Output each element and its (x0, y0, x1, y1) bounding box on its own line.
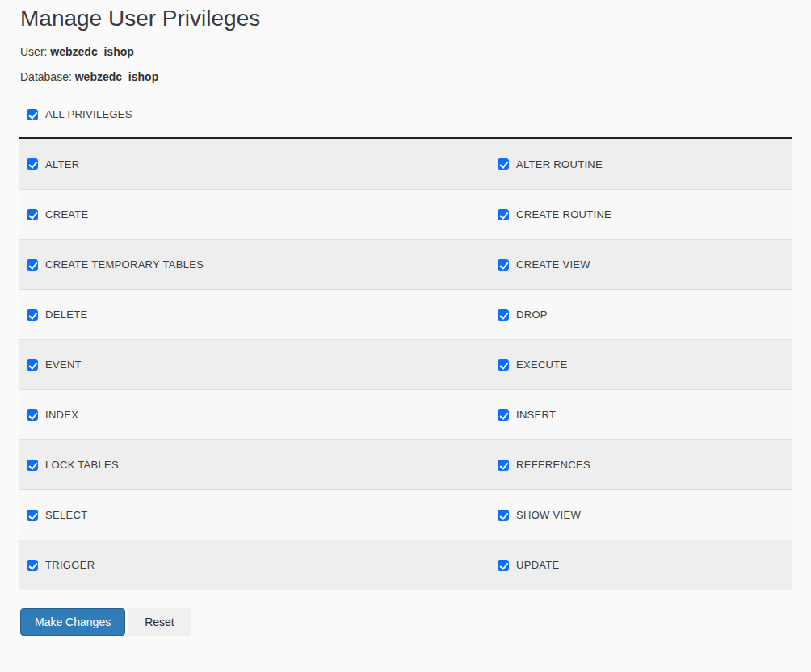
make-changes-button[interactable]: Make Changes (20, 608, 125, 636)
privileges-table: ALTER ALTER ROUTINE CREATE CREATE ROUTIN… (19, 137, 792, 590)
privilege-label-show-view: SHOW VIEW (516, 509, 581, 521)
privilege-checkbox-show-view[interactable] (498, 510, 509, 521)
privilege-label-lock-tables: LOCK TABLES (45, 459, 119, 471)
reset-button[interactable]: Reset (128, 608, 191, 636)
privilege-checkbox-references[interactable] (498, 460, 509, 471)
privilege-option-create-temporary-tables[interactable]: CREATE TEMPORARY TABLES (19, 240, 490, 289)
privilege-row: ALTER ALTER ROUTINE (19, 139, 792, 189)
privilege-label-trigger: TRIGGER (45, 559, 95, 571)
privilege-checkbox-execute[interactable] (498, 359, 509, 371)
privilege-checkbox-create-view[interactable] (498, 259, 509, 271)
privilege-label-event: EVENT (45, 359, 82, 371)
privilege-row: LOCK TABLES REFERENCES (19, 439, 792, 489)
privilege-option-trigger[interactable]: TRIGGER (19, 540, 490, 590)
privilege-option-delete[interactable]: DELETE (19, 290, 490, 339)
privilege-checkbox-create[interactable] (27, 209, 38, 220)
privilege-option-alter-routine[interactable]: ALTER ROUTINE (490, 139, 792, 189)
privilege-checkbox-update[interactable] (498, 560, 509, 571)
privilege-option-alter[interactable]: ALTER (19, 139, 490, 189)
privilege-row: DELETE DROP (19, 289, 792, 339)
privilege-checkbox-lock-tables[interactable] (27, 460, 38, 471)
page-title: Manage User Privileges (20, 5, 792, 32)
privilege-checkbox-drop[interactable] (498, 309, 509, 321)
privilege-label-select: SELECT (45, 509, 87, 521)
privilege-label-references: REFERENCES (516, 459, 590, 471)
privilege-checkbox-create-temporary-tables[interactable] (27, 259, 38, 271)
privilege-option-execute[interactable]: EXECUTE (490, 340, 792, 389)
privilege-label-execute: EXECUTE (516, 359, 568, 371)
privilege-option-show-view[interactable]: SHOW VIEW (490, 490, 792, 540)
privilege-label-drop: DROP (516, 309, 548, 321)
privilege-checkbox-alter-routine[interactable] (498, 158, 509, 170)
privilege-option-references[interactable]: REFERENCES (490, 440, 792, 489)
all-privileges-label: ALL PRIVILEGES (45, 108, 132, 120)
all-privileges-option[interactable]: ALL PRIVILEGES (27, 108, 792, 120)
privilege-option-lock-tables[interactable]: LOCK TABLES (19, 440, 490, 489)
database-value: webzedc_ishop (75, 70, 158, 83)
privilege-option-create-view[interactable]: CREATE VIEW (490, 240, 792, 289)
user-line: User: webzedc_ishop (20, 45, 792, 58)
all-privileges-checkbox[interactable] (27, 109, 38, 120)
privilege-option-select[interactable]: SELECT (19, 490, 490, 540)
privilege-option-insert[interactable]: INSERT (490, 390, 792, 439)
privilege-option-drop[interactable]: DROP (490, 290, 792, 339)
privilege-option-create-routine[interactable]: CREATE ROUTINE (490, 190, 792, 239)
manage-user-privileges-page: Manage User Privileges User: webzedc_ish… (0, 5, 811, 636)
privilege-checkbox-select[interactable] (27, 510, 38, 521)
privilege-label-update: UPDATE (516, 559, 560, 571)
privilege-label-create-temporary-tables: CREATE TEMPORARY TABLES (45, 258, 204, 271)
privilege-option-event[interactable]: EVENT (19, 340, 490, 389)
privilege-row: SELECT SHOW VIEW (19, 489, 792, 540)
privilege-label-alter: ALTER (45, 158, 79, 170)
privilege-row: TRIGGER UPDATE (19, 540, 792, 590)
privilege-checkbox-insert[interactable] (498, 410, 509, 421)
privilege-option-index[interactable]: INDEX (19, 390, 490, 439)
privilege-row: CREATE CREATE ROUTINE (19, 189, 792, 239)
privilege-checkbox-trigger[interactable] (27, 560, 38, 571)
privilege-label-index: INDEX (45, 409, 78, 421)
privilege-label-create-routine: CREATE ROUTINE (516, 208, 611, 220)
privilege-checkbox-delete[interactable] (27, 309, 38, 321)
privilege-checkbox-event[interactable] (27, 359, 38, 371)
privilege-label-insert: INSERT (516, 409, 556, 421)
privilege-checkbox-create-routine[interactable] (498, 209, 509, 220)
privilege-label-delete: DELETE (45, 309, 87, 321)
privilege-label-alter-routine: ALTER ROUTINE (516, 158, 603, 170)
privilege-row: EVENT EXECUTE (19, 339, 792, 389)
user-label: User: (20, 45, 47, 58)
user-value: webzedc_ishop (50, 45, 133, 58)
privilege-label-create: CREATE (45, 208, 89, 220)
database-line: Database: webzedc_ishop (20, 70, 792, 83)
form-actions: Make Changes Reset (20, 608, 792, 636)
privilege-label-create-view: CREATE VIEW (516, 258, 590, 271)
database-label: Database: (20, 70, 72, 83)
privilege-option-create[interactable]: CREATE (19, 190, 490, 239)
privilege-checkbox-alter[interactable] (27, 158, 38, 170)
privilege-option-update[interactable]: UPDATE (490, 540, 792, 590)
privilege-checkbox-index[interactable] (27, 410, 38, 421)
privilege-row: INDEX INSERT (19, 389, 792, 439)
privilege-row: CREATE TEMPORARY TABLES CREATE VIEW (19, 239, 792, 289)
